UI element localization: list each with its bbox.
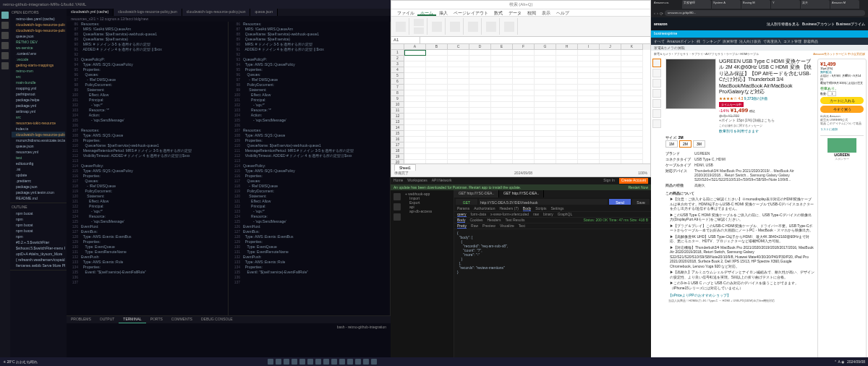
cell[interactable] [578,79,600,85]
cell[interactable] [404,119,426,125]
outline-item[interactable]: { refreamh.weatherserv\cspaid: Ahoy.cont… [12,257,65,263]
cell[interactable] [426,125,448,131]
cell[interactable] [600,96,621,102]
cell[interactable] [469,85,491,90]
subtab[interactable]: Raw [471,224,478,229]
grid[interactable]: ABCDEFGHIJK 1234567891011121314151617181… [391,44,650,163]
cell[interactable] [426,160,448,163]
formula-input[interactable] [420,37,650,43]
cell[interactable] [469,73,491,79]
cell[interactable] [513,125,535,131]
size-option[interactable]: 3M [693,140,705,148]
clock[interactable]: 2024/09/08 [847,359,865,364]
request-tab[interactable]: GET http://YSC-DEA.. [499,190,544,197]
add-to-cart-button[interactable]: カートに入れる [820,97,864,104]
amazon-subnav[interactable]: 家電&カメラの買取 [651,45,868,51]
row-header[interactable]: 6 [391,79,404,85]
cell[interactable] [404,142,426,148]
number-button[interactable] [450,22,460,32]
subtab[interactable]: raw [533,212,539,217]
tree-item[interactable]: cloudwatch-logs-resource-policy.json [12,132,65,137]
cell[interactable] [578,73,600,79]
tree-item[interactable]: parhttpsroot [12,91,65,97]
cell[interactable] [469,154,491,160]
cell[interactable] [600,102,621,108]
cell[interactable] [426,85,448,90]
cell[interactable] [556,102,578,108]
cell[interactable] [600,108,621,114]
cell[interactable] [621,125,643,131]
cell[interactable] [448,73,469,79]
cell[interactable] [513,108,535,114]
menu-home[interactable]: Home [393,178,403,184]
cell[interactable] [404,125,426,131]
cell[interactable] [491,114,513,119]
browser-tab[interactable]: 業務管理 [682,0,711,9]
cell[interactable] [513,50,535,56]
row-header[interactable]: 11 [391,108,404,114]
col-header[interactable]: E [491,44,513,50]
cell[interactable] [513,61,535,67]
cell[interactable] [513,85,535,90]
cell[interactable] [621,160,643,163]
tray-icons[interactable]: ⌃ A ◉ [834,359,844,364]
subtab[interactable]: Pretty [457,224,467,229]
cell[interactable] [448,148,469,154]
cell[interactable] [404,56,426,61]
app-icon[interactable] [363,359,369,365]
subtab[interactable]: Visualize [500,224,514,229]
cell[interactable] [600,114,621,119]
cell[interactable] [621,85,643,90]
editor-left[interactable]: 86Resources:87 MRS: !GetAtt MRS.QueueArn… [67,22,229,315]
cell[interactable] [426,61,448,67]
cell[interactable] [404,50,426,56]
cell[interactable] [535,85,556,90]
tree-item[interactable]: package.json [12,184,65,190]
row-header[interactable]: 19 [391,154,404,160]
cell[interactable] [600,67,621,73]
cell[interactable] [535,114,556,119]
cell[interactable] [404,85,426,90]
subtab[interactable]: Preview [482,224,495,229]
nav-item[interactable]: すべて [654,39,665,43]
cell[interactable] [600,90,621,96]
cell[interactable] [448,67,469,73]
cell[interactable] [556,142,578,148]
nav-item[interactable]: コスト管理 [783,39,801,43]
cell[interactable] [621,108,643,114]
nav-item[interactable]: ランキング [702,39,720,43]
row-header[interactable]: 17 [391,142,404,148]
col-header[interactable]: K [621,44,643,50]
app-icon[interactable] [347,359,353,365]
cell[interactable] [600,50,621,56]
cell[interactable] [578,108,600,114]
cell[interactable] [426,96,448,102]
cell[interactable] [426,108,448,114]
cell[interactable] [404,67,426,73]
cell[interactable] [600,85,621,90]
cell[interactable] [469,160,491,163]
cell[interactable] [491,137,513,142]
tree-item[interactable]: resources.yml [12,149,65,155]
cell[interactable] [469,79,491,85]
app-icon[interactable] [355,359,361,365]
cell[interactable] [600,119,621,125]
tree-item[interactable]: retmo-mvn [12,68,65,74]
subtab[interactable]: Cookies [469,218,482,223]
outline-item[interactable]: npm [12,216,65,222]
cell[interactable] [578,56,600,61]
edge-icon[interactable] [299,359,305,365]
cell[interactable] [513,102,535,108]
cell[interactable] [513,160,535,163]
cell[interactable] [448,125,469,131]
browser-tab[interactable]: Y [771,0,800,9]
cell[interactable] [448,56,469,61]
cell[interactable] [578,160,600,163]
start-icon[interactable] [268,359,273,365]
row-header[interactable]: 5 [391,73,404,79]
cell[interactable] [469,148,491,154]
prime-banner[interactable]: businessprime [651,30,868,38]
cell[interactable] [404,102,426,108]
cell[interactable] [556,90,578,96]
cell[interactable] [491,85,513,90]
